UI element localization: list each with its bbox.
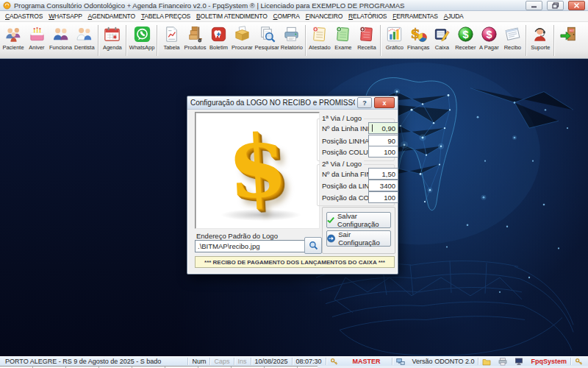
toolbar-separator [380,25,381,56]
dialog-title: Configuração da LOGO NO RECIBO e PROMISS… [190,99,355,107]
input-linha-inicial[interactable]: 0,90 [368,122,398,134]
status-printer-icon[interactable] [495,358,511,366]
close-button[interactable] [568,1,585,10]
input-posicao-da-linha[interactable]: 3400 [368,180,398,191]
toolbar-label: Paciente [2,44,24,51]
toolbar-button-procurar[interactable]: Procurar [231,23,254,58]
toolbar-button-exame[interactable]: Exame [331,23,355,58]
toolbar-label: Caixa [435,44,449,51]
toolbar-label: Receita [357,44,376,51]
toolbar-button-grafico[interactable]: Gráfico [383,23,406,58]
dialog-help-button[interactable]: ? [357,97,372,108]
status-user: MASTER [342,358,392,365]
price-table-icon [162,24,182,44]
toolbar-label: Gráfico [386,44,404,51]
via1-group-label: 1ª Via / Logo [320,114,364,122]
toolbar-button-aniver[interactable]: Aniver [25,23,49,58]
toolbar-button-atestado[interactable]: Atestado [308,23,331,58]
menu-relatorios[interactable]: RELATÓRIOS [345,13,390,20]
toolbar-label: Agenda [103,44,122,51]
menu-cadastros[interactable]: CADASTROS [2,13,46,20]
toolbar-button-agenda[interactable]: Agenda [101,23,124,58]
menu-tabela-precos[interactable]: TABELA PREÇOS [138,13,193,20]
toolbar-label: Funciona [49,44,72,51]
app-icon [3,1,11,10]
toolbar-button-funciona[interactable]: Funciona [49,23,73,58]
arrow-circle-icon [327,234,335,243]
svg-text:EXIT: EXIT [570,29,575,32]
menu-agendamento[interactable]: AGENDAMENTO [85,13,138,20]
input-posicao-linha[interactable]: 90 [368,135,398,146]
status-folder-icon[interactable] [478,358,495,366]
calendar-icon [102,24,122,44]
toolbar-button-relatorio[interactable]: Relatório [280,23,304,58]
dentist-icon [74,24,94,44]
toolbar-button-financas[interactable]: $ Finanças [406,23,430,58]
save-config-button[interactable]: Salvar Configuração [326,212,391,228]
toolbar-button-suporte[interactable]: Suporte [528,23,552,58]
menu-ajuda[interactable]: AJUDA [441,13,467,20]
logo-address-input[interactable]: .\BITMAP\recibo.jpg [195,240,307,252]
status-bar: PORTO ALEGRE - RS 9 de Agosto de 2025 - … [0,356,588,366]
magnifier-icon [309,241,318,250]
toolbar-label: Dentista [74,44,95,51]
menu-ferramentas[interactable]: FERRAMENTAS [390,13,440,20]
input-posicao-coluna[interactable]: 100 [368,146,398,158]
status-key-icon-2 [571,358,587,366]
menu-whatsapp[interactable]: WHATSAPP [46,13,85,20]
logo-preview-panel: $ [195,112,320,229]
toolbar-label: Boletim [209,44,228,51]
toolbar-button-apagar[interactable]: $ A Pagar [477,23,501,58]
menu-financeiro[interactable]: FINANCEIRO [303,13,345,20]
logo-shadow [220,209,301,221]
title-bar: Programa Consultório Odontológico + Agen… [0,0,588,11]
birthday-cake-icon [27,24,47,44]
status-network-icon [392,358,409,366]
toolbar-label: Tabela [163,44,179,51]
status-insert: Ins [234,358,251,365]
toolbar-label: Recibo [504,44,521,51]
input-posicao-da-coluna[interactable]: 100 [368,191,398,203]
toolbar-button-pesquisar[interactable]: Pesquisar [254,23,280,58]
toolbar-button-whatsapp[interactable]: WhatsApp [129,23,156,58]
toolbar-button-paciente[interactable]: Paciente [1,23,25,58]
exit-config-button[interactable]: Sair Configuração [326,230,391,247]
restore-button[interactable] [547,1,564,10]
browse-logo-button[interactable] [304,237,322,254]
toolbar-label: WhatsApp [129,44,155,51]
menu-compra[interactable]: COMPRA [270,13,303,20]
chart-icon [384,24,404,44]
receivable-icon: $ [456,24,476,44]
toolbar-label: Finanças [407,44,429,51]
text-caret [372,124,373,132]
check-icon [327,216,334,224]
tooth-bulletin-icon [209,24,229,44]
toolbar-label: Receber [455,44,476,51]
toolbar-button-exit[interactable]: EXIT [556,23,580,58]
gold-dollar-logo: $ [225,121,289,210]
input-linha-final[interactable]: 1,50 [368,168,398,180]
toolbar-separator [305,25,306,56]
dialog-close-button[interactable]: x [374,97,395,108]
toolbar-button-recibo[interactable]: Recibo [501,23,524,58]
window-title: Programa Consultório Odontológico + Agen… [14,1,521,10]
toolbar-button-produtos[interactable]: Produtos [183,23,207,58]
whatsapp-icon [132,24,152,44]
toolbar-label: Procurar [232,44,253,51]
status-key-icon [326,358,342,366]
toolbar-button-dentista[interactable]: Dentista [73,23,96,58]
status-date: 10/08/2025 [251,358,292,365]
toolbar-separator [126,25,127,56]
receipt-icon [503,24,523,44]
toolbar-button-receita[interactable]: Receita [355,23,379,58]
toolbar-button-caixa[interactable]: Caixa [430,23,453,58]
minimize-button[interactable] [526,1,542,10]
toolbar-separator [98,25,99,56]
menu-boletim-atendimento[interactable]: BOLETIM ATENDIMENTO [193,13,270,20]
status-monitor-icon[interactable] [511,358,527,366]
toolbar-button-tabela[interactable]: Tabela [159,23,183,58]
toolbar-button-boletim[interactable]: Boletim [207,23,231,58]
status-caps-lock: Caps [210,358,233,365]
close-icon: x [382,99,386,107]
toolbar-button-receber[interactable]: $ Receber [453,23,477,58]
